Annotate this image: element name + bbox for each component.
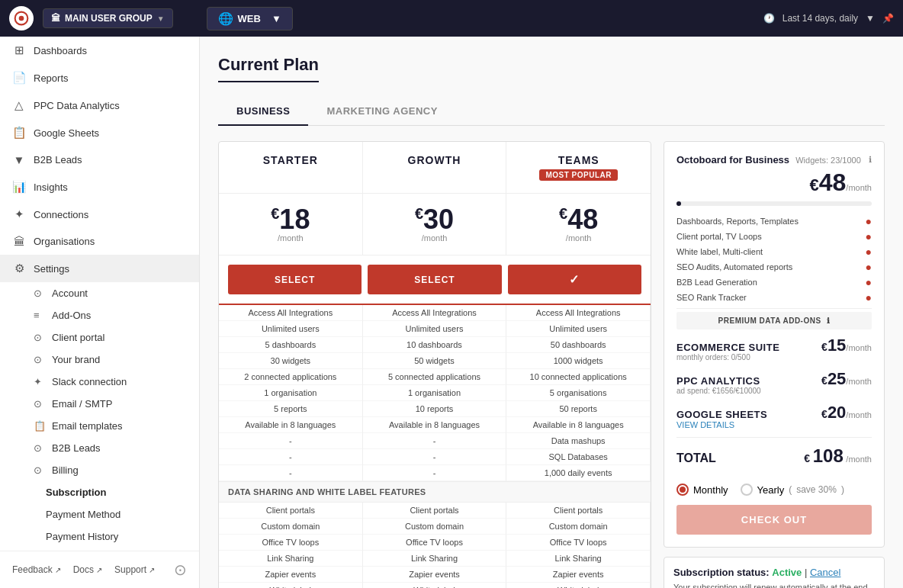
current-plan-card: Octoboard for Business Widgets: 23/1000 …: [664, 141, 885, 548]
sidebar-item-organisations[interactable]: 🏛 Organisations: [0, 228, 199, 255]
account-icon: ⊙: [34, 288, 46, 299]
plans-container: STARTER GROWTH TEAMS MOST POPULAR €18 /m…: [218, 141, 885, 588]
yearly-radio[interactable]: [741, 484, 753, 496]
group-icon: 🏛: [51, 13, 60, 24]
tab-marketing-agency[interactable]: MARKETING AGENCY: [308, 98, 455, 126]
sidebar-item-insights[interactable]: 📊 Insights: [0, 173, 199, 201]
view-details-link[interactable]: VIEW DETAILS: [676, 420, 767, 429]
status-active-badge: Active: [772, 567, 802, 578]
docs-link[interactable]: Docs ↗: [73, 561, 102, 579]
feat-growth-8: -: [363, 433, 507, 449]
info-icon-addons: ℹ: [827, 316, 831, 325]
billing-sub-subscription[interactable]: Subscription: [46, 481, 199, 503]
monthly-radio[interactable]: [676, 484, 689, 496]
feat-starter-5: 1 organisation: [219, 385, 363, 401]
ds-starter-1: Custom domain: [219, 519, 363, 535]
ds-growth-0: Client portals: [363, 503, 507, 519]
feat-starter-7: Available in 8 languages: [219, 417, 363, 433]
feat-teams-3: 1000 widgets: [506, 353, 651, 369]
ds-growth-2: Office TV loops: [363, 535, 507, 551]
teams-select-btn[interactable]: ✓: [508, 265, 641, 294]
ds-starter-0: Client portals: [219, 503, 363, 519]
user-group-selector[interactable]: 🏛 MAIN USER GROUP ▼: [43, 8, 173, 28]
topbar: 🏛 MAIN USER GROUP ▼ 🌐 WEB ▼ 🕐 Last 14 da…: [0, 0, 903, 37]
addons-icon: ≡: [34, 310, 46, 321]
chevron-down-icon-date: ▼: [866, 13, 875, 24]
monthly-option[interactable]: Monthly: [676, 484, 728, 496]
sidebar-item-settings[interactable]: ⚙ Settings: [0, 255, 199, 282]
sidebar-item-reports[interactable]: 📄 Reports: [0, 64, 199, 92]
sidebar-item-ppc[interactable]: △ PPC Data Analytics: [0, 92, 199, 119]
feat-growth-0: Access All Integrations: [363, 305, 507, 321]
feat-teams-0: Access All Integrations: [506, 305, 651, 321]
feat-teams-2: 50 dashboards: [506, 337, 651, 353]
chevron-down-icon: ▼: [157, 14, 165, 23]
sidebar-sub-b2b-leads[interactable]: ⊙ B2B Leads: [34, 437, 199, 459]
feat-growth-2: 10 dashboards: [363, 337, 507, 353]
ds-teams-4: Zapier events: [506, 567, 651, 583]
sidebar-sub-brand[interactable]: ⊙ Your brand: [34, 349, 199, 371]
feedback-link[interactable]: Feedback ↗: [12, 561, 61, 579]
insights-icon: 📊: [12, 180, 26, 194]
growth-select-btn[interactable]: SELECT: [368, 265, 501, 294]
date-range: 🕐 Last 14 days, daily ▼ 📌: [763, 13, 894, 24]
collapse-sidebar-icon[interactable]: ⊙: [174, 561, 187, 579]
ds-growth-5: White label: [363, 583, 507, 588]
plans-table: STARTER GROWTH TEAMS MOST POPULAR €18 /m…: [218, 141, 651, 588]
support-link[interactable]: Support ↗: [114, 561, 155, 579]
feat-teams-10: 1,000 daily events: [506, 465, 651, 481]
slack-icon: ✦: [34, 376, 46, 387]
ds-teams-3: Link Sharing: [506, 551, 651, 567]
sidebar-item-google-sheets[interactable]: 📋 Google Sheets: [0, 119, 199, 146]
cancel-link[interactable]: Cancel: [810, 567, 840, 578]
radio-dot-monthly: [680, 487, 686, 493]
widgets-progress-bar: [676, 201, 872, 206]
content-area: Current Plan BUSINESS MARKETING AGENCY S…: [200, 37, 903, 588]
sidebar-sub-slack[interactable]: ✦ Slack connection: [34, 371, 199, 393]
starter-header: STARTER: [219, 142, 363, 193]
billing-icon: ⊙: [34, 464, 46, 476]
feature-row-1: Client portal, TV Loops ●: [676, 229, 872, 244]
sidebar-sub-email-smtp[interactable]: ⊙ Email / SMTP: [34, 393, 199, 415]
yearly-option[interactable]: Yearly ( save 30% ): [741, 484, 844, 496]
svg-point-1: [19, 16, 24, 21]
ds-teams-1: Custom domain: [506, 519, 651, 535]
settings-submenu: ⊙ Account ≡ Add-Ons ⊙ Client portal ⊙ Yo…: [0, 282, 199, 548]
sidebar-item-b2b[interactable]: ▼ B2B Leads: [0, 146, 199, 173]
teams-price: €48 /month: [506, 194, 651, 255]
widgets-progress-fill: [676, 201, 681, 206]
sidebar-sub-billing[interactable]: ⊙ Billing: [34, 459, 199, 481]
plans-header: STARTER GROWTH TEAMS MOST POPULAR: [219, 142, 651, 194]
ds-starter-2: Office TV loops: [219, 535, 363, 551]
sidebar-sub-client-portal[interactable]: ⊙ Client portal: [34, 326, 199, 349]
status-description: Your subscription will renew automatical…: [673, 581, 875, 588]
ppc-icon: △: [12, 98, 26, 112]
feat-teams-6: 50 reports: [506, 401, 651, 417]
external-link-icon-support: ↗: [149, 566, 155, 574]
ds-growth-4: Zapier events: [363, 567, 507, 583]
billing-sub-payment-history[interactable]: Payment History: [46, 525, 199, 548]
starter-select-btn[interactable]: SELECT: [228, 265, 362, 294]
external-link-icon-docs: ↗: [96, 566, 102, 574]
brand-icon: ⊙: [34, 354, 46, 365]
status-title-row: Subscription status: Active | Cancel: [673, 567, 875, 578]
sidebar-sub-email-templates[interactable]: 📋 Email templates: [34, 415, 199, 437]
sidebar-sub-account[interactable]: ⊙ Account: [34, 282, 199, 304]
email-smtp-icon: ⊙: [34, 398, 46, 410]
billing-sub-payment-method[interactable]: Payment Method: [46, 503, 199, 525]
checkout-button[interactable]: CHECK OUT: [676, 505, 872, 535]
connections-icon: ✦: [12, 207, 26, 221]
check-icon-3: ●: [866, 261, 872, 273]
feat-growth-9: -: [363, 449, 507, 465]
sidebar-item-connections[interactable]: ✦ Connections: [0, 201, 199, 228]
web-selector[interactable]: 🌐 WEB ▼: [207, 7, 293, 31]
sidebar-item-dashboards[interactable]: ⊞ Dashboards: [0, 37, 199, 64]
sidebar-sub-addons[interactable]: ≡ Add-Ons: [34, 304, 199, 326]
main-price-currency: €: [810, 175, 819, 195]
ds-teams-5: White label: [506, 583, 651, 588]
feat-starter-1: Unlimited users: [219, 321, 363, 337]
feature-row-5: SEO Rank Tracker ●: [676, 290, 872, 305]
growth-price: €30 /month: [363, 194, 507, 255]
reports-icon: 📄: [12, 71, 26, 85]
tab-business[interactable]: BUSINESS: [218, 98, 308, 126]
